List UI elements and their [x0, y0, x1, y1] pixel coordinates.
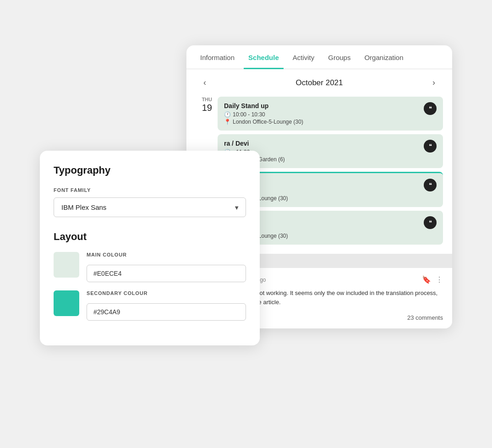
- next-month-button[interactable]: ›: [426, 76, 441, 90]
- main-colour-swatch[interactable]: [54, 252, 79, 278]
- prev-month-button[interactable]: ‹: [197, 76, 212, 90]
- font-family-label: FONT FAMILY: [54, 187, 246, 193]
- layout-title: Layout: [54, 231, 246, 243]
- main-colour-label: MAIN COLOUR: [87, 252, 246, 257]
- secondary-colour-swatch[interactable]: [54, 290, 79, 316]
- tab-groups[interactable]: Groups: [323, 45, 355, 69]
- event-card[interactable]: Daily Stand up 🕐 10:00 - 10:30 📍 London …: [218, 97, 443, 131]
- tab-information[interactable]: Information: [196, 45, 239, 69]
- post-comments[interactable]: 23 comments: [407, 314, 443, 321]
- clock-icon: 🕐: [224, 111, 231, 118]
- scene: Information Schedule Activity Groups Org…: [40, 45, 452, 403]
- secondary-colour-row: SECONDARY COLOUR: [54, 290, 246, 321]
- font-family-select[interactable]: IBM Plex Sans: [54, 197, 246, 217]
- typography-panel-title: Typography: [54, 164, 246, 176]
- secondary-colour-input[interactable]: [87, 303, 246, 321]
- typography-panel: Typography FONT FAMILY IBM Plex Sans ▼ L…: [40, 151, 260, 345]
- more-options-button[interactable]: ⋮: [436, 275, 443, 284]
- pin-icon: 📍: [224, 119, 231, 125]
- main-colour-group: MAIN COLOUR: [87, 252, 246, 282]
- font-family-dropdown-wrapper: IBM Plex Sans ▼: [54, 197, 246, 217]
- day-name: THU: [196, 97, 212, 102]
- main-colour-input[interactable]: [87, 265, 246, 282]
- event-location: 📍 London Office-5-Lounge (30): [224, 119, 424, 125]
- event-time: 🕐 10:00 - 10:30: [224, 111, 424, 118]
- event-chat-icon: ❝: [424, 140, 437, 153]
- tabs-bar: Information Schedule Activity Groups Org…: [186, 45, 452, 69]
- event-chat-icon: ❝: [424, 216, 437, 229]
- event-title: ra / Devi: [224, 140, 424, 147]
- event-info: Daily Stand up 🕐 10:00 - 10:30 📍 London …: [224, 102, 424, 125]
- day-number: 19: [196, 102, 212, 113]
- event-title: Daily Stand up: [224, 102, 424, 109]
- tab-activity[interactable]: Activity: [288, 45, 319, 69]
- secondary-colour-group: SECONDARY COLOUR: [87, 290, 246, 321]
- tab-organization[interactable]: Organization: [360, 45, 408, 69]
- post-actions: 🔖 ⋮: [422, 275, 443, 284]
- main-colour-row: MAIN COLOUR: [54, 252, 246, 282]
- calendar-month-label: October 2021: [295, 78, 343, 87]
- event-chat-icon: ❝: [424, 179, 437, 191]
- tab-schedule[interactable]: Schedule: [244, 45, 284, 69]
- event-chat-icon: ❝: [424, 102, 437, 115]
- calendar-header: ‹ October 2021 ›: [186, 69, 452, 97]
- bookmark-button[interactable]: 🔖: [422, 275, 431, 284]
- secondary-colour-label: SECONDARY COLOUR: [87, 290, 246, 296]
